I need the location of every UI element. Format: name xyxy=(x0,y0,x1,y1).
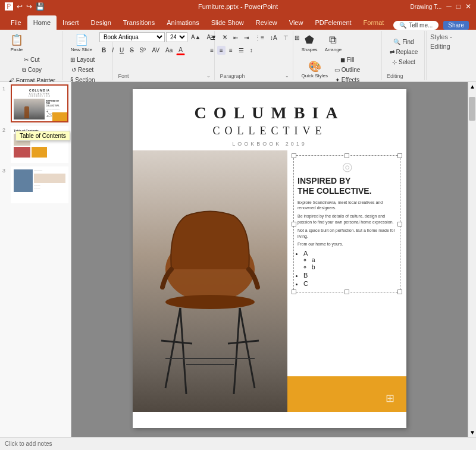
char-spacing-btn[interactable]: AV xyxy=(150,46,162,55)
title-bar-left: 🅿 ↩ ↪ 💾 xyxy=(5,2,45,11)
shape-outline-btn[interactable]: ▭ Outline xyxy=(332,65,362,74)
copy-btn[interactable]: ⧉ Copy xyxy=(6,65,58,75)
inspired-icon: ◎ xyxy=(298,159,396,174)
slide-thumb-2[interactable]: 2 Table of Contents 01 ─────02 ─────03 ─… xyxy=(2,126,68,163)
text-box-area: ◎ INSPIRED BYTHE COLLECTIVE. Explore Sca… xyxy=(287,150,406,412)
body-text-4: From our home to yours. xyxy=(298,241,396,247)
bullets-btn[interactable]: ☰ xyxy=(208,33,218,42)
font-group: Book Antiqua 24 A▲ A▼ ✕ B I U S S⁰ AV Aa… xyxy=(114,31,215,80)
underline-btn[interactable]: U xyxy=(117,46,126,55)
window-title: Furniture.pptx - PowerPoint xyxy=(198,3,278,10)
tab-design[interactable]: Design xyxy=(85,15,117,30)
strikethrough-btn[interactable]: S xyxy=(127,46,136,55)
footer-icon: ⊞ xyxy=(386,392,394,405)
tab-animations[interactable]: Animations xyxy=(161,15,205,30)
shadow-btn[interactable]: S⁰ xyxy=(137,46,149,55)
text-box-selection[interactable]: ◎ INSPIRED BYTHE COLLECTIVE. Explore Sca… xyxy=(293,155,400,292)
font-name-select[interactable]: Book Antiqua xyxy=(99,32,165,42)
scroll-track[interactable] xyxy=(468,91,476,428)
numbering-btn[interactable]: ⒈ xyxy=(219,32,230,43)
find-btn[interactable]: 🔍 Find xyxy=(387,37,420,46)
scroll-thumb[interactable] xyxy=(469,97,475,121)
font-size-select[interactable]: 24 xyxy=(166,32,187,42)
font-size-direct-btn[interactable]: Aa xyxy=(163,46,175,55)
main-area: 1 COLUMBIA COLLECTIVE LOOKBOOK 2019 INSP… xyxy=(0,82,476,437)
replace-btn[interactable]: ⇄ Replace xyxy=(387,48,420,56)
handle-top-right[interactable] xyxy=(397,153,402,158)
paste-btn[interactable]: 📋 Paste xyxy=(6,32,27,54)
sub-bullet-a1: a xyxy=(312,257,396,263)
slide-thumb-1[interactable]: 1 COLUMBIA COLLECTIVE LOOKBOOK 2019 INSP… xyxy=(2,84,68,122)
quick-access-redo[interactable]: ↪ xyxy=(26,2,32,11)
chair-svg xyxy=(133,150,287,412)
bold-btn[interactable]: B xyxy=(99,46,108,55)
reset-btn[interactable]: ↺ Reset xyxy=(68,65,98,74)
slide-canvas[interactable]: COLUMBIA COLLECTIVE LOOKBOOK 2019 xyxy=(133,89,406,428)
tab-view[interactable]: View xyxy=(283,15,309,30)
handle-bottom-right[interactable] xyxy=(397,289,402,294)
shapes-btn[interactable]: ⬟ Shapes xyxy=(298,32,320,54)
arrange-btn[interactable]: ⧉ Arrange xyxy=(322,32,345,54)
bullet-list: A a b B C xyxy=(298,250,396,287)
slide-1-thumbnail[interactable]: COLUMBIA COLLECTIVE LOOKBOOK 2019 INSPIR… xyxy=(11,84,68,122)
handle-mid-left[interactable] xyxy=(292,222,296,226)
justify-btn[interactable]: ☰ xyxy=(236,46,246,55)
columns-btn[interactable]: ⋮≡ xyxy=(252,33,267,42)
tab-pdfelement[interactable]: PDFelement xyxy=(309,15,357,30)
paragraph-expander[interactable]: ⌄ xyxy=(285,73,289,78)
slide-thumb-3[interactable]: 3 ───── ────────── xyxy=(2,166,68,203)
minimize-btn[interactable]: ─ xyxy=(446,2,452,11)
line-spacing-btn[interactable]: ↕ xyxy=(248,46,255,55)
cut-btn[interactable]: ✂ Cut xyxy=(6,55,58,64)
body-text-3: Not a space built on perfection. But a h… xyxy=(298,228,396,240)
share-btn[interactable]: Share xyxy=(443,21,469,30)
editing-right-label: Editing xyxy=(430,43,450,50)
slide-3-thumbnail[interactable]: ───── ────────── xyxy=(11,166,68,203)
italic-btn[interactable]: I xyxy=(109,46,116,55)
close-btn[interactable]: ✕ xyxy=(465,2,471,11)
align-left-btn[interactable]: ≡ xyxy=(208,46,216,55)
align-right-btn[interactable]: ≡ xyxy=(227,46,235,55)
tab-home[interactable]: Home xyxy=(27,15,57,30)
sub-bullet-a: a b xyxy=(303,257,396,270)
tab-insert[interactable]: Insert xyxy=(57,15,85,30)
quick-styles-btn[interactable]: 🎨 Quick Styles xyxy=(298,59,330,81)
increase-indent-btn[interactable]: ⇥ xyxy=(242,33,251,42)
maximize-btn[interactable]: □ xyxy=(456,2,461,11)
canvas-area: COLUMBIA COLLECTIVE LOOKBOOK 2019 xyxy=(71,82,468,437)
font-increase-btn[interactable]: A▲ xyxy=(189,33,203,42)
tab-review[interactable]: Review xyxy=(250,15,283,30)
editing-label: Editing xyxy=(387,72,403,79)
font-color-btn[interactable]: A xyxy=(176,45,185,55)
text-direction-btn[interactable]: ↕A xyxy=(268,33,280,42)
styles-editing-area: Styles - Editing xyxy=(426,31,474,80)
scroll-down-btn[interactable]: ▼ xyxy=(468,428,476,437)
lookbook-text: LOOKBOOK 2019 xyxy=(133,141,406,147)
decrease-indent-btn[interactable]: ⇤ xyxy=(231,33,240,42)
app-icon: 🅿 xyxy=(5,2,13,11)
scroll-up-btn[interactable]: ▲ xyxy=(468,82,476,91)
handle-top-left[interactable] xyxy=(292,153,296,158)
new-slide-btn[interactable]: 📄 New Slide xyxy=(68,32,95,54)
handle-bottom-left[interactable] xyxy=(292,289,296,294)
tell-me-box[interactable]: 🔍 Tell me... xyxy=(393,21,439,30)
quick-access-undo[interactable]: ↩ xyxy=(17,2,23,11)
select-btn[interactable]: ⊹ Select xyxy=(387,58,420,67)
handle-bottom-mid[interactable] xyxy=(345,289,349,294)
styles-label: Styles - xyxy=(430,33,452,40)
handle-top-mid[interactable] xyxy=(345,153,349,158)
layout-btn[interactable]: ⊞ Layout xyxy=(68,55,98,64)
shape-fill-btn[interactable]: ◼ Fill xyxy=(332,55,362,64)
tab-format[interactable]: Format xyxy=(358,15,390,30)
drawing-label: Drawing T... xyxy=(411,4,442,10)
tab-slideshow[interactable]: Slide Show xyxy=(205,15,250,30)
tab-transitions[interactable]: Transitions xyxy=(117,15,161,30)
tab-file[interactable]: File xyxy=(5,15,27,30)
vertical-scrollbar[interactable]: ▲ ▼ xyxy=(468,82,476,437)
font-expander[interactable]: ⌄ xyxy=(206,73,211,78)
align-text-btn[interactable]: ⊤ xyxy=(281,33,291,42)
center-btn[interactable]: ≡ xyxy=(217,46,226,55)
quick-access-save[interactable]: 💾 xyxy=(36,2,45,11)
handle-mid-right[interactable] xyxy=(397,222,402,226)
font-label: Font xyxy=(118,72,129,79)
